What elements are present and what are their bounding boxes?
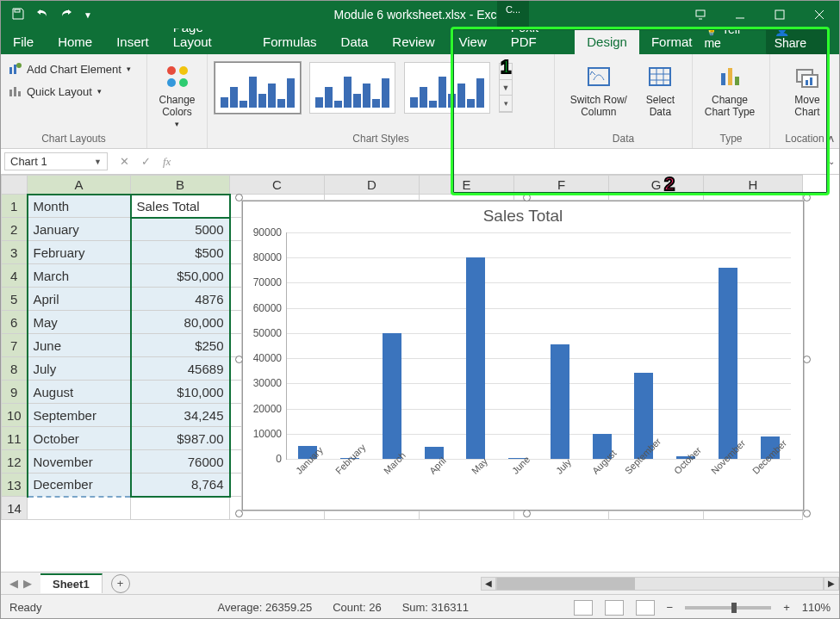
move-chart-button[interactable]: Move Chart: [777, 58, 837, 123]
hscroll-track[interactable]: [496, 577, 824, 591]
cancel-formula-icon[interactable]: ✕: [120, 155, 129, 168]
tab-design[interactable]: Design: [575, 29, 639, 54]
sheet-tab-sheet1[interactable]: Sheet1: [40, 573, 103, 593]
chart-bar[interactable]: [383, 333, 401, 459]
view-page-layout-icon[interactable]: [605, 600, 624, 616]
zoom-slider-thumb[interactable]: [731, 603, 737, 613]
save-icon[interactable]: [11, 7, 25, 23]
col-header[interactable]: G: [609, 176, 704, 195]
select-data-button[interactable]: Select Data: [636, 58, 685, 123]
zoom-level[interactable]: 110%: [802, 601, 831, 614]
cell[interactable]: Month: [28, 195, 131, 218]
cell[interactable]: September: [28, 404, 131, 427]
cell[interactable]: $500: [131, 241, 230, 264]
view-normal-icon[interactable]: [574, 600, 593, 616]
minimize-button[interactable]: [720, 1, 760, 28]
chart-bar[interactable]: [719, 268, 737, 459]
cell[interactable]: March: [28, 264, 131, 288]
row-header[interactable]: 7: [2, 334, 28, 357]
formula-input[interactable]: [179, 149, 808, 174]
chart-plot-area[interactable]: 0100002000030000400005000060000700008000…: [286, 232, 791, 460]
change-chart-type-button[interactable]: Change Chart Type: [700, 58, 760, 123]
cell[interactable]: May: [28, 311, 131, 334]
zoom-out-icon[interactable]: −: [667, 601, 674, 614]
chart-style-thumb[interactable]: [309, 62, 395, 114]
row-header[interactable]: 2: [2, 218, 28, 241]
hscroll-thumb[interactable]: [497, 578, 635, 590]
expand-formula-bar-icon[interactable]: ⌄: [824, 149, 839, 174]
zoom-in-icon[interactable]: +: [783, 601, 790, 614]
row-header[interactable]: 10: [2, 404, 28, 427]
cell[interactable]: $50,000: [131, 264, 230, 288]
new-sheet-button[interactable]: +: [111, 574, 130, 593]
chart-title[interactable]: Sales Total: [243, 201, 803, 226]
cell[interactable]: November: [28, 450, 131, 474]
cell[interactable]: 4876: [131, 288, 230, 311]
row-header[interactable]: 3: [2, 241, 28, 264]
col-header[interactable]: C: [230, 176, 325, 195]
view-page-break-icon[interactable]: [636, 600, 655, 616]
quick-layout-button[interactable]: Quick Layout ▾: [8, 80, 140, 102]
tab-data[interactable]: Data: [329, 29, 381, 54]
tab-review[interactable]: Review: [380, 29, 446, 54]
tab-home[interactable]: Home: [46, 29, 104, 54]
row-header[interactable]: 8: [2, 357, 28, 381]
select-all-corner[interactable]: [2, 176, 28, 195]
tab-formulas[interactable]: Formulas: [251, 29, 329, 54]
tab-view[interactable]: View: [446, 29, 498, 54]
chart-styles-gallery[interactable]: ▲▼▾: [215, 58, 547, 118]
chart-style-thumb[interactable]: [215, 62, 301, 114]
tab-file[interactable]: File: [1, 29, 46, 54]
col-header[interactable]: E: [420, 176, 514, 195]
chart-bar[interactable]: [551, 344, 569, 460]
close-button[interactable]: [800, 1, 839, 28]
cell[interactable]: June: [28, 334, 131, 357]
cell[interactable]: April: [28, 288, 131, 311]
col-header[interactable]: A: [28, 176, 131, 195]
fx-icon[interactable]: fx: [163, 155, 171, 169]
cell[interactable]: January: [28, 218, 131, 241]
qat-dropdown-icon[interactable]: ▼: [84, 10, 92, 20]
undo-icon[interactable]: [35, 7, 49, 23]
collapse-ribbon-icon[interactable]: ʌ: [828, 133, 834, 145]
col-header[interactable]: F: [514, 176, 609, 195]
cell[interactable]: $250: [131, 334, 230, 357]
enter-formula-icon[interactable]: ✓: [141, 155, 151, 168]
row-header[interactable]: 11: [2, 427, 28, 450]
cell[interactable]: 8,764: [131, 474, 230, 497]
cell[interactable]: 80,000: [131, 311, 230, 334]
hscroll-right[interactable]: ▶: [824, 577, 839, 591]
chart-style-thumb[interactable]: [404, 62, 490, 114]
hscroll-left[interactable]: ◀: [481, 577, 496, 591]
row-header[interactable]: 5: [2, 288, 28, 311]
worksheet-grid[interactable]: A B C D E F G H 1 Month Sales Total 2 Ja…: [1, 175, 839, 572]
row-header[interactable]: 14: [2, 497, 28, 520]
row-header[interactable]: 13: [2, 474, 28, 497]
chevron-down-icon[interactable]: ▼: [94, 158, 102, 166]
sheet-nav[interactable]: ◀▶: [1, 577, 40, 590]
row-header[interactable]: 1: [2, 195, 28, 218]
cell[interactable]: $987.00: [131, 427, 230, 450]
maximize-button[interactable]: [760, 1, 800, 28]
add-chart-element-button[interactable]: Add Chart Element ▾: [8, 58, 140, 80]
cell[interactable]: July: [28, 357, 131, 381]
embedded-chart[interactable]: Sales Total 0100002000030000400005000060…: [242, 201, 804, 511]
redo-icon[interactable]: [59, 7, 73, 23]
col-header[interactable]: H: [704, 176, 803, 195]
cell[interactable]: 45689: [131, 357, 230, 381]
cell[interactable]: $10,000: [131, 381, 230, 404]
cell[interactable]: December: [28, 474, 131, 497]
row-header[interactable]: 6: [2, 311, 28, 334]
ribbon-options-icon[interactable]: [681, 1, 720, 28]
cell[interactable]: February: [28, 241, 131, 264]
cell[interactable]: October: [28, 427, 131, 450]
col-header[interactable]: B: [131, 176, 230, 195]
row-header[interactable]: 4: [2, 264, 28, 288]
cell[interactable]: Sales Total: [131, 195, 230, 218]
cell[interactable]: 5000: [131, 218, 230, 241]
tab-format[interactable]: Format: [639, 29, 705, 54]
cell[interactable]: August: [28, 381, 131, 404]
name-box[interactable]: Chart 1▼: [4, 152, 108, 170]
col-header[interactable]: D: [325, 176, 420, 195]
row-header[interactable]: 12: [2, 450, 28, 474]
